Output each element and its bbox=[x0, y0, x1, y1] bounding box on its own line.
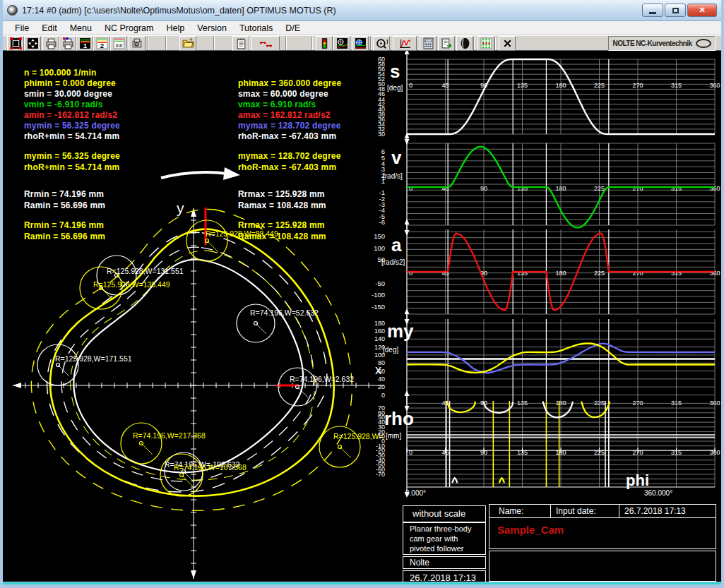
chart-dark-icon bbox=[336, 37, 348, 49]
cam-rotation-icon: ! bbox=[376, 37, 388, 49]
description-line: cam gear with bbox=[410, 534, 458, 543]
open-folder-icon bbox=[182, 37, 194, 49]
fit-view-button[interactable] bbox=[24, 36, 41, 51]
svg-text:180: 180 bbox=[555, 82, 566, 89]
close-button[interactable]: ✕ bbox=[687, 4, 717, 17]
svg-text:135: 135 bbox=[517, 270, 528, 277]
chart-dark-button[interactable] bbox=[333, 36, 350, 51]
parameter-line: Ramax = 108.428 mm bbox=[238, 200, 326, 210]
view-1-icon: 1 bbox=[79, 37, 91, 49]
menu-item-version[interactable]: Version bbox=[191, 23, 233, 33]
svg-text:180: 180 bbox=[555, 185, 566, 192]
svg-text:80: 80 bbox=[378, 359, 385, 366]
title-bar: 17:14 #0 (adm) [c:\users\Nolte\OptimusMo… bbox=[3, 0, 721, 21]
svg-text:90: 90 bbox=[480, 185, 487, 192]
svg-text:0: 0 bbox=[409, 82, 413, 89]
print-color-button[interactable] bbox=[59, 36, 76, 51]
minimize-button[interactable] bbox=[642, 4, 663, 17]
maximize-button[interactable] bbox=[665, 4, 686, 17]
plot-a: -150-100-5050100150045901351802252703153… bbox=[372, 219, 720, 325]
svg-text:140: 140 bbox=[374, 335, 385, 342]
svg-text:-100: -100 bbox=[372, 291, 385, 299]
window-title: 17:14 #0 (adm) [c:\users\Nolte\OptimusMo… bbox=[22, 6, 336, 16]
grid-columns-button[interactable] bbox=[477, 36, 494, 51]
vendor-logo-ellipse-icon bbox=[696, 39, 711, 48]
toolbar-separator bbox=[148, 37, 149, 50]
menu-item-file[interactable]: File bbox=[8, 23, 35, 33]
parameter-line: Rrmin = 74.196 mm bbox=[24, 220, 104, 230]
view-1-button[interactable]: 1 bbox=[76, 36, 93, 51]
sphere-button[interactable] bbox=[456, 36, 473, 51]
toolbar-separator bbox=[165, 37, 167, 50]
svg-text:[mm]: [mm] bbox=[386, 432, 401, 440]
svg-text:270: 270 bbox=[632, 270, 643, 277]
svg-text:6: 6 bbox=[381, 148, 385, 155]
open-folder-button[interactable] bbox=[179, 36, 196, 51]
menu-item-nc-program[interactable]: NC Program bbox=[98, 23, 160, 33]
svg-text:60: 60 bbox=[378, 368, 385, 375]
svg-text:150: 150 bbox=[374, 232, 385, 240]
close-x-button[interactable] bbox=[499, 36, 516, 51]
cam-rotation-button[interactable]: ! bbox=[373, 36, 390, 51]
svg-text:-50: -50 bbox=[375, 280, 385, 287]
traffic-light-button[interactable] bbox=[316, 36, 333, 51]
vendor-logo: NOLTE NC-Kurventechnik bbox=[608, 36, 716, 51]
svg-text:60: 60 bbox=[378, 56, 385, 63]
export-doc-button[interactable] bbox=[438, 36, 455, 51]
menu-item-edit[interactable]: Edit bbox=[35, 23, 64, 33]
parameter-line: vmin = -6.910 rad/s bbox=[24, 100, 103, 109]
svg-text:100: 100 bbox=[374, 244, 385, 252]
parameter-line: Ramin = 56.696 mm bbox=[24, 200, 105, 210]
parameter-line: mymin = 56.325 degree bbox=[24, 151, 120, 161]
menu-item-d-e[interactable]: D/E bbox=[279, 23, 307, 33]
grid-columns-icon bbox=[480, 37, 492, 49]
svg-text:45: 45 bbox=[441, 82, 449, 89]
frame-button[interactable] bbox=[7, 36, 24, 51]
parameter-line: Rrmax = 125.928 mm bbox=[238, 220, 325, 230]
parameter-line: Ramin = 56.696 mm bbox=[24, 232, 105, 241]
menu-item-menu[interactable]: Menu bbox=[64, 23, 98, 33]
parameter-line: mymin = 56.325 degree bbox=[24, 121, 120, 131]
vendor-logo-text: NOLTE NC-Kurventechnik bbox=[612, 40, 692, 47]
init-icon: Init bbox=[113, 37, 125, 49]
name-label: Name: bbox=[499, 506, 523, 516]
menu-item-help[interactable]: Help bbox=[160, 23, 191, 33]
toolbar-separator bbox=[249, 37, 250, 50]
svg-text:my: my bbox=[387, 320, 414, 342]
parameter-line: Ramax = 108.428 mm bbox=[238, 232, 326, 241]
notepad-icon bbox=[235, 37, 247, 49]
svg-text:40: 40 bbox=[378, 376, 385, 383]
chart-blue-button[interactable] bbox=[352, 36, 369, 51]
svg-text:180: 180 bbox=[555, 270, 566, 277]
parameter-line: phimax = 360.000 degree bbox=[238, 78, 341, 88]
roller-label: R=74.196,W=107.368 bbox=[174, 463, 247, 472]
timing-diagram-button[interactable] bbox=[251, 36, 280, 51]
print-bw-icon bbox=[45, 37, 57, 49]
view-2-button[interactable]: 2 bbox=[93, 36, 110, 51]
roller-label: R=125.928,W=171.551 bbox=[55, 354, 132, 363]
rotation-direction-arrow bbox=[161, 172, 227, 178]
workspace: yxR=125.928,W=88.449R=125.928,W=131.551R… bbox=[3, 51, 724, 582]
curve-analysis-button[interactable] bbox=[393, 36, 417, 51]
chart-blue-icon bbox=[355, 37, 367, 49]
calculator-icon bbox=[422, 37, 434, 49]
parameter-line: n = 100.000 1/min bbox=[24, 68, 96, 78]
input-date-value: 26.7.2018 17:13 bbox=[624, 506, 686, 516]
description-line: Planar three-body bbox=[410, 524, 471, 533]
notepad-button[interactable] bbox=[232, 36, 249, 51]
maximize-icon bbox=[672, 8, 679, 13]
svg-text:a: a bbox=[391, 234, 402, 256]
init-button[interactable]: Init bbox=[110, 36, 127, 51]
camera-button[interactable] bbox=[129, 36, 146, 51]
curve-analysis-icon bbox=[399, 37, 411, 49]
calculator-button[interactable] bbox=[420, 36, 437, 51]
camera-icon bbox=[131, 37, 143, 49]
svg-text:s: s bbox=[390, 61, 400, 82]
export-doc-icon bbox=[441, 37, 453, 49]
print-bw-button[interactable] bbox=[42, 36, 59, 51]
menu-item-tutorials[interactable]: Tutorials bbox=[233, 23, 279, 33]
toolbar-separator bbox=[473, 37, 475, 50]
toolbar-separator bbox=[311, 37, 313, 50]
scale-note: without scale bbox=[413, 508, 465, 519]
svg-text:0: 0 bbox=[409, 185, 413, 192]
